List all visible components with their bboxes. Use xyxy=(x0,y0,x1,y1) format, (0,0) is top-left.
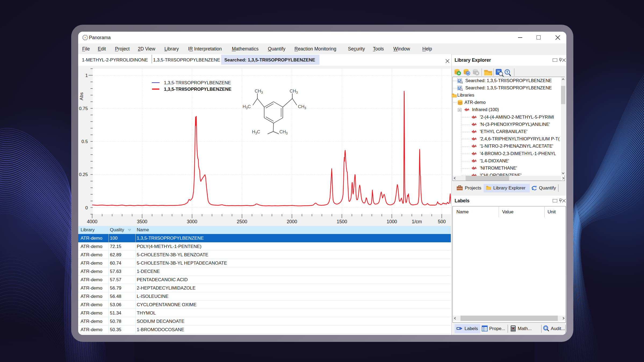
svg-text:1/cm: 1/cm xyxy=(412,219,422,224)
svg-text:1,3,5-TRIISOPROPYLBENZENE: 1,3,5-TRIISOPROPYLBENZENE xyxy=(164,87,231,92)
svg-text:3000: 3000 xyxy=(187,219,197,224)
svg-text:500: 500 xyxy=(438,219,446,224)
svg-text:0.5: 0.5 xyxy=(81,139,88,144)
svg-text:Abs: Abs xyxy=(79,92,84,100)
svg-text:1,3,5-TRIISOPROPYLBENZENE: 1,3,5-TRIISOPROPYLBENZENE xyxy=(164,80,231,85)
svg-text:1: 1 xyxy=(85,73,88,78)
svg-text:0: 0 xyxy=(85,205,88,210)
svg-text:T: T xyxy=(506,70,508,74)
svg-text:0.75: 0.75 xyxy=(79,106,88,111)
svg-text:1500: 1500 xyxy=(337,219,347,224)
svg-text:0.25: 0.25 xyxy=(79,172,88,177)
svg-text:2000: 2000 xyxy=(287,219,297,224)
svg-text:1000: 1000 xyxy=(387,219,397,224)
svg-text:3500: 3500 xyxy=(137,219,147,224)
svg-text:4000: 4000 xyxy=(87,219,98,224)
svg-text:2500: 2500 xyxy=(237,219,247,224)
